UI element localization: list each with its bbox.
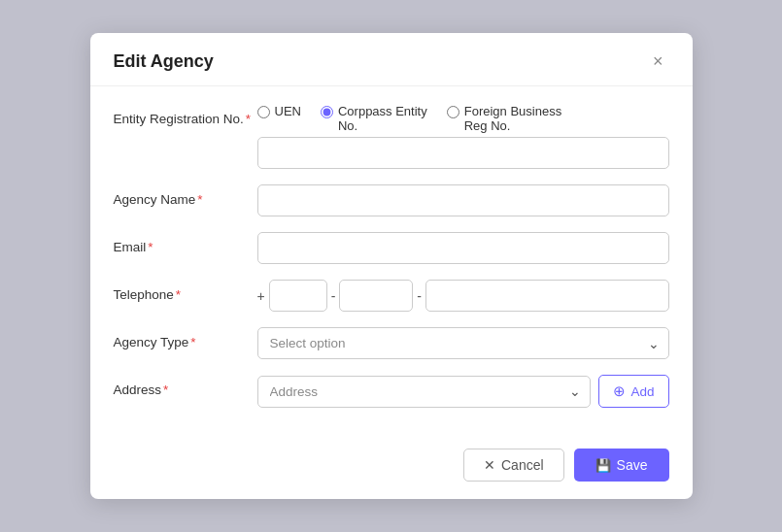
radio-corppass-input[interactable] (321, 106, 333, 118)
radio-foreign-input[interactable] (447, 106, 459, 118)
radio-foreign[interactable]: Foreign BusinessReg No. (447, 104, 561, 133)
entity-registration-row: Entity Registration No.* UEN Corppass En… (114, 104, 669, 169)
modal-body: Entity Registration No.* UEN Corppass En… (90, 86, 693, 439)
close-button[interactable]: × (647, 50, 669, 72)
save-upload-icon: 💾 (595, 458, 611, 473)
add-address-button[interactable]: ⊕ Add (598, 375, 668, 408)
entity-registration-input[interactable]: SIMNEW1885 (257, 137, 669, 169)
save-button[interactable]: 💾 Save (574, 449, 669, 482)
telephone-row: Telephone* + - - (114, 280, 669, 312)
edit-agency-modal: Edit Agency × Entity Registration No.* U… (90, 33, 693, 499)
agency-type-select[interactable]: Select option Type A Type B Type C (257, 327, 669, 359)
address-row: Address* Address ⌄ ⊕ Add (114, 375, 669, 408)
radio-group: UEN Corppass EntityNo. Foreign BusinessR… (257, 104, 669, 133)
radio-corppass[interactable]: Corppass EntityNo. (321, 104, 427, 133)
cancel-x-icon: ✕ (484, 457, 495, 473)
telephone-label: Telephone* (114, 280, 257, 302)
agency-name-row: Agency Name* (114, 184, 669, 216)
cancel-button[interactable]: ✕ Cancel (463, 449, 564, 482)
address-label: Address* (114, 375, 257, 397)
email-row: Email* (114, 232, 669, 264)
agency-name-label: Agency Name* (114, 184, 257, 207)
cancel-label: Cancel (501, 457, 544, 473)
email-label: Email* (114, 232, 257, 254)
agency-type-row: Agency Type* Select option Type A Type B… (114, 327, 669, 359)
email-control (257, 232, 669, 264)
save-label: Save (617, 457, 648, 473)
address-control: Address ⌄ ⊕ Add (257, 375, 669, 408)
agency-name-control (257, 184, 669, 216)
address-input-row: Address ⌄ ⊕ Add (257, 375, 669, 408)
tel-plus-sign: + (257, 288, 265, 304)
telephone-inputs: + - - (257, 280, 669, 312)
add-circle-icon: ⊕ (613, 382, 626, 400)
modal-footer: ✕ Cancel 💾 Save (90, 439, 693, 499)
address-select[interactable]: Address (257, 376, 592, 408)
address-select-wrap: Address ⌄ (257, 376, 592, 408)
tel-dash-2: - (417, 288, 422, 304)
tel-area-code-input[interactable] (339, 280, 413, 312)
modal-header: Edit Agency × (90, 33, 693, 86)
entity-registration-controls: UEN Corppass EntityNo. Foreign BusinessR… (257, 104, 669, 169)
agency-type-label: Agency Type* (114, 327, 257, 349)
radio-uen[interactable]: UEN (257, 104, 301, 133)
email-input[interactable] (257, 232, 669, 264)
agency-type-select-wrap: Select option Type A Type B Type C ⌄ (257, 327, 669, 359)
agency-type-control: Select option Type A Type B Type C ⌄ (257, 327, 669, 359)
agency-name-input[interactable] (257, 184, 669, 216)
modal-title: Edit Agency (114, 51, 214, 72)
tel-dash-1: - (331, 288, 336, 304)
radio-uen-input[interactable] (257, 106, 270, 118)
add-address-label: Add (630, 384, 654, 399)
entity-registration-label: Entity Registration No.* (114, 104, 257, 126)
modal-overlay: Edit Agency × Entity Registration No.* U… (0, 0, 782, 532)
tel-number-input[interactable] (425, 280, 668, 312)
telephone-control: + - - (257, 280, 669, 312)
tel-country-code-input[interactable] (269, 280, 327, 312)
